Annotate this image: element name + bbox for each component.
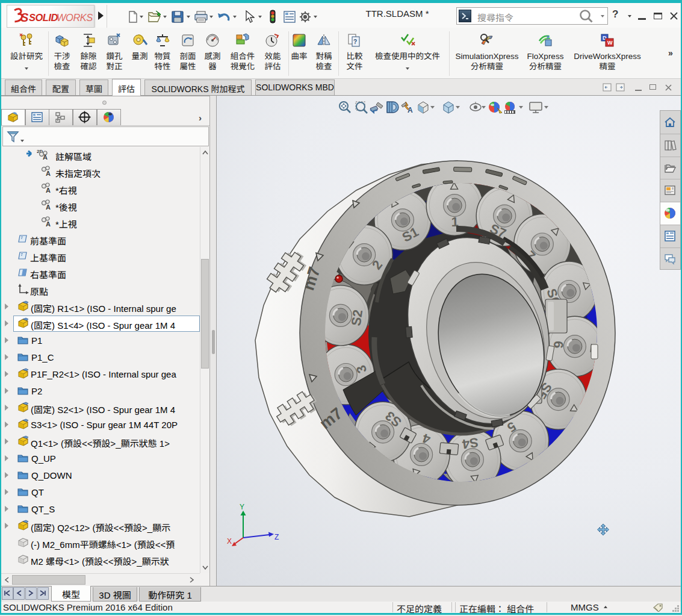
svg-text:#: #: [547, 34, 550, 40]
svg-text:A: A: [46, 187, 51, 194]
svg-text:W: W: [607, 40, 613, 46]
svg-text:?: ?: [353, 39, 357, 45]
svg-text:SOLID: SOLID: [29, 12, 58, 23]
svg-text:WORKS: WORKS: [57, 12, 93, 23]
svg-text:S4: S4: [461, 435, 480, 452]
svg-text:A: A: [46, 204, 51, 211]
svg-text:A: A: [46, 220, 51, 228]
svg-text:S: S: [20, 11, 29, 24]
svg-text:S2: S2: [349, 308, 366, 326]
svg-text:A: A: [408, 106, 413, 114]
svg-text:Y: Y: [240, 503, 244, 511]
svg-text:A: A: [46, 170, 51, 177]
svg-text:Z: Z: [274, 533, 279, 541]
svg-text:X: X: [227, 537, 232, 546]
svg-text:A: A: [43, 154, 48, 160]
